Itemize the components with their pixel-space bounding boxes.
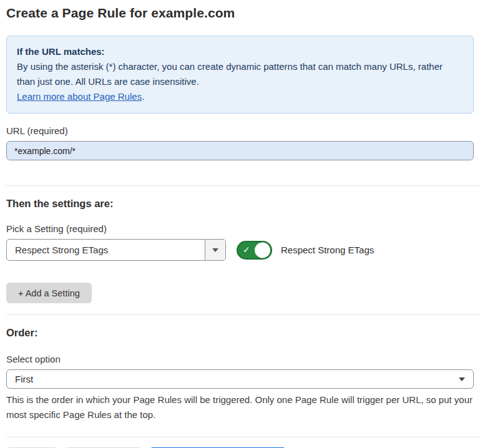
setting-select-arrow-button[interactable] <box>205 240 225 260</box>
setting-row: Respect Strong ETags ✓ Respect Strong ET… <box>6 239 474 261</box>
settings-heading: Then the settings are: <box>6 198 474 210</box>
etag-toggle-label: Respect Strong ETags <box>281 245 374 255</box>
divider <box>6 185 480 186</box>
chevron-down-icon <box>459 377 465 381</box>
url-match-info-box: If the URL matches: By using the asteris… <box>6 36 474 114</box>
divider <box>6 314 480 315</box>
divider <box>6 437 480 437</box>
url-input[interactable] <box>6 141 474 160</box>
page-rule-form: Create a Page Rule for example.com If th… <box>0 0 480 448</box>
etag-toggle[interactable]: ✓ <box>237 241 272 260</box>
learn-more-link[interactable]: Learn more about Page Rules <box>17 91 142 102</box>
check-icon: ✓ <box>243 245 250 254</box>
page-title: Create a Page Rule for example.com <box>6 6 474 21</box>
order-select[interactable]: First <box>6 369 474 389</box>
link-suffix: . <box>142 91 144 102</box>
url-label: URL (required) <box>6 125 474 136</box>
toggle-knob <box>255 242 270 258</box>
order-select-value: First <box>15 374 33 384</box>
setting-picker-label: Pick a Setting (required) <box>6 223 474 234</box>
etag-toggle-wrap: ✓ Respect Strong ETags <box>237 241 374 260</box>
info-box-heading: If the URL matches: <box>17 44 463 59</box>
order-help-text: This is the order in which your Page Rul… <box>6 392 474 422</box>
order-heading: Order: <box>6 327 474 339</box>
chevron-down-icon <box>212 248 218 252</box>
info-box-body: By using the asterisk (*) character, you… <box>17 59 463 89</box>
setting-select[interactable]: Respect Strong ETags <box>6 239 226 261</box>
add-setting-button[interactable]: + Add a Setting <box>6 283 92 303</box>
order-select-label: Select option <box>6 354 474 364</box>
info-box-link-line: Learn more about Page Rules. <box>17 89 463 104</box>
setting-select-value: Respect Strong ETags <box>7 240 205 260</box>
